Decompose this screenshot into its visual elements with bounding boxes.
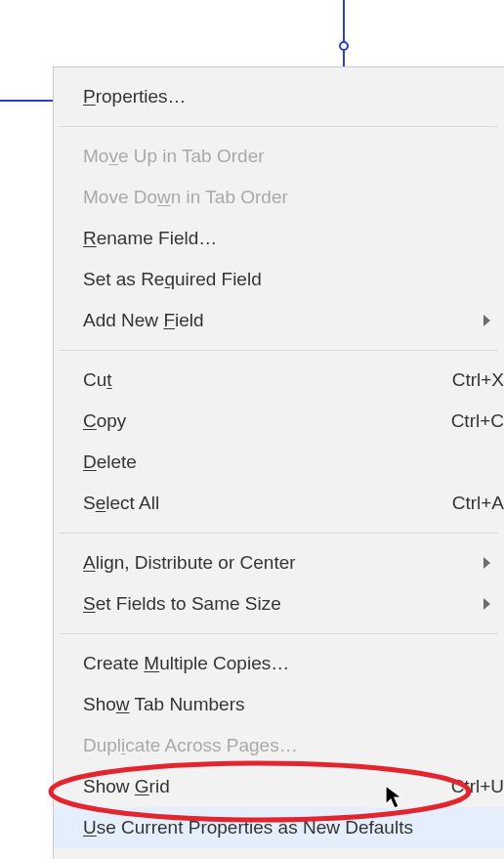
menu-separator — [60, 633, 498, 634]
selection-handle[interactable] — [339, 41, 349, 51]
menu-item-shortcut: Ctrl+X — [452, 360, 504, 401]
menu-item-label: Rename Field… — [83, 218, 217, 259]
menu-item-rename-field[interactable]: Rename Field… — [54, 218, 504, 259]
menu-separator — [60, 533, 498, 534]
menu-item-copy[interactable]: Copy Ctrl+C — [54, 401, 504, 442]
canvas-guide-horizontal — [0, 100, 53, 102]
menu-item-label: Set Fields to Same Size — [83, 583, 281, 624]
menu-item-label: Select All — [83, 483, 159, 524]
menu-item-label: Copy — [83, 401, 126, 442]
menu-item-label: Align, Distribute or Center — [83, 542, 296, 583]
submenu-arrow-icon — [483, 315, 490, 326]
menu-item-cut[interactable]: Cut Ctrl+X — [54, 360, 504, 401]
menu-item-align[interactable]: Align, Distribute or Center — [54, 542, 504, 583]
canvas-guide-vertical — [343, 0, 345, 66]
menu-item-label: Show Tab Numbers — [83, 684, 244, 725]
menu-separator — [60, 350, 498, 351]
menu-item-delete[interactable]: Delete — [54, 442, 504, 483]
menu-separator — [60, 126, 498, 127]
menu-item-shortcut: Ctrl+A — [452, 483, 504, 524]
menu-item-create-multiple[interactable]: Create Multiple Copies… — [54, 643, 504, 684]
submenu-arrow-icon — [483, 557, 490, 569]
menu-item-label: Set as Required Field — [83, 259, 262, 300]
menu-item-label: Delete — [83, 442, 137, 483]
menu-item-label: Cut — [83, 360, 112, 401]
menu-item-move-up: Move Up in Tab Order — [54, 136, 504, 177]
menu-item-properties[interactable]: Properties… — [54, 76, 504, 117]
menu-item-label: Duplicate Across Pages… — [83, 725, 298, 766]
menu-item-label: Move Down in Tab Order — [83, 177, 288, 218]
menu-item-shortcut: Ctrl+U — [451, 766, 504, 807]
menu-item-show-tab-numbers[interactable]: Show Tab Numbers — [54, 684, 504, 725]
menu-item-show-grid[interactable]: Show Grid Ctrl+U — [54, 766, 504, 807]
submenu-arrow-icon — [483, 598, 490, 610]
menu-item-label: Show Grid — [83, 766, 170, 807]
menu-item-set-required[interactable]: Set as Required Field — [54, 259, 504, 300]
menu-item-label: Use Current Properties as New Defaults — [83, 807, 413, 848]
menu-item-label: Add New Field — [83, 300, 204, 341]
menu-item-move-down: Move Down in Tab Order — [54, 177, 504, 218]
context-menu: Properties… Move Up in Tab Order Move Do… — [53, 66, 504, 859]
menu-item-label: Properties… — [83, 76, 187, 117]
menu-item-select-all[interactable]: Select All Ctrl+A — [54, 483, 504, 524]
menu-item-shortcut: Ctrl+C — [451, 401, 504, 442]
menu-item-label: Move Up in Tab Order — [83, 136, 265, 177]
menu-item-duplicate-pages: Duplicate Across Pages… — [54, 725, 504, 766]
menu-item-use-defaults[interactable]: Use Current Properties as New Defaults — [54, 807, 504, 848]
menu-item-label: Create Multiple Copies… — [83, 643, 289, 684]
menu-item-same-size[interactable]: Set Fields to Same Size — [54, 583, 504, 624]
menu-item-add-new-field[interactable]: Add New Field — [54, 300, 504, 341]
